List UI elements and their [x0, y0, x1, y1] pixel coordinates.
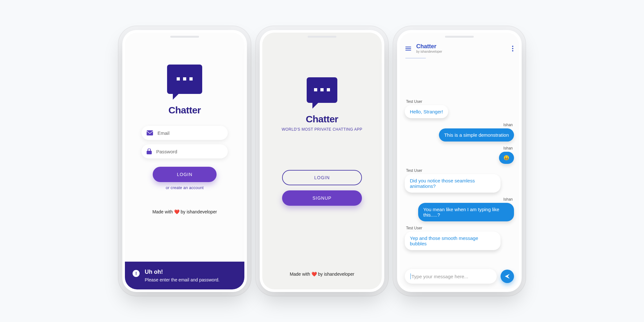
- phone-landing: Chatter WORLD'S MOST PRIVATE CHATTING AP…: [260, 30, 384, 292]
- text-caret: [410, 273, 411, 279]
- send-icon: [504, 273, 510, 280]
- login-button[interactable]: LOGIN: [153, 167, 217, 182]
- sender-name: Test User: [406, 226, 514, 230]
- message-bubble[interactable]: You mean like when I am typing like this…: [418, 203, 514, 221]
- message-input[interactable]: Type your message here...: [405, 269, 497, 284]
- composer: Type your message here...: [400, 264, 519, 289]
- lock-icon: [147, 149, 152, 154]
- footer-credit: Made with ❤️ by ishandeveloper: [290, 272, 354, 277]
- message-bubble[interactable]: Hello, Stranger!: [405, 105, 448, 118]
- sender-name: Ishan: [503, 146, 513, 150]
- signup-button[interactable]: SIGNUP: [282, 190, 362, 206]
- heart-icon: ❤️: [174, 209, 180, 214]
- svg-rect-1: [147, 151, 152, 154]
- heart-icon: ❤️: [311, 272, 317, 277]
- chat-screen: Chatter by ishandeveloper Test UserHello…: [400, 33, 519, 289]
- landing-screen: Chatter WORLD'S MOST PRIVATE CHATTING AP…: [262, 33, 382, 289]
- error-banner: ! Uh oh! Please enter the email and pass…: [125, 262, 244, 289]
- sender-name: Ishan: [503, 123, 513, 127]
- email-field[interactable]: Email: [142, 126, 228, 140]
- composer-placeholder: Type your message here...: [411, 274, 468, 279]
- app-logo: [307, 77, 337, 103]
- message-bubble[interactable]: Yep and those smooth message bubbles: [405, 232, 501, 250]
- brand-title: Chatter: [168, 105, 201, 116]
- sender-name: Test User: [406, 168, 514, 173]
- app-subtitle: by ishandeveloper: [416, 50, 442, 53]
- message: Test UserYep and those smooth message bu…: [405, 226, 514, 250]
- message: IshanYou mean like when I am typing like…: [405, 197, 514, 221]
- app-title: Chatter: [416, 43, 442, 49]
- phone-notch: [170, 36, 199, 38]
- password-field[interactable]: Password: [142, 144, 228, 158]
- create-account-link[interactable]: or create an account: [166, 185, 204, 190]
- email-placeholder: Email: [157, 130, 170, 136]
- brand-title: Chatter: [306, 114, 338, 125]
- phone-login: Chatter Email Password LOGIN or create a…: [122, 30, 247, 292]
- sender-name: Test User: [406, 99, 514, 104]
- message-bubble[interactable]: This is a simple demonstration: [439, 128, 514, 142]
- mail-icon: [147, 130, 153, 135]
- phone-notch: [308, 36, 336, 38]
- error-message: Please enter the email and password.: [145, 277, 219, 282]
- footer-credit: Made with ❤️ by ishandeveloper: [152, 209, 217, 214]
- svg-rect-0: [147, 130, 153, 135]
- phone-chat: Chatter by ishandeveloper Test UserHello…: [397, 30, 522, 292]
- password-placeholder: Password: [156, 149, 177, 154]
- message-bubble[interactable]: Did you notice those seamless animations…: [405, 174, 501, 193]
- phone-notch: [445, 36, 474, 38]
- message: Test UserHello, Stranger!: [405, 99, 514, 118]
- menu-icon[interactable]: [405, 47, 411, 50]
- message-bubble[interactable]: 😀: [499, 152, 514, 164]
- sender-name: Ishan: [503, 197, 513, 202]
- app-logo: [167, 65, 202, 94]
- tagline: WORLD'S MOST PRIVATE CHATTING APP: [282, 127, 363, 132]
- send-button[interactable]: [501, 270, 514, 283]
- overflow-icon[interactable]: [512, 46, 513, 51]
- login-screen: Chatter Email Password LOGIN or create a…: [125, 33, 244, 289]
- error-title: Uh oh!: [145, 269, 219, 275]
- message: Test UserDid you notice those seamless a…: [405, 168, 514, 193]
- message: Ishan😀: [405, 146, 514, 164]
- message-list: Test UserHello, Stranger!IshanThis is a …: [400, 90, 519, 264]
- login-button[interactable]: LOGIN: [282, 170, 362, 185]
- message: IshanThis is a simple demonstration: [405, 123, 514, 142]
- alert-icon: !: [133, 270, 140, 277]
